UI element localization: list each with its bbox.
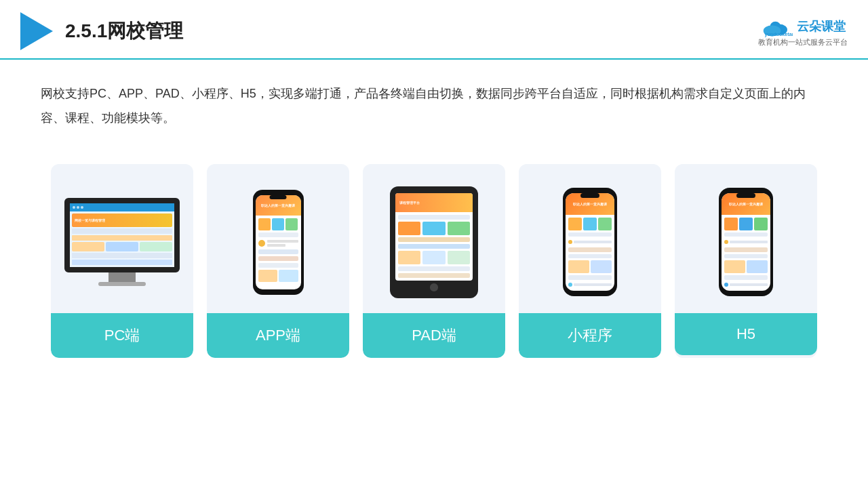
cards-container: 网校一览与课程管理 bbox=[0, 150, 868, 378]
card-app-label: APP端 bbox=[207, 313, 349, 358]
card-h5-label: H5 bbox=[675, 313, 817, 355]
pc-monitor-icon: 网校一览与课程管理 bbox=[64, 198, 180, 286]
description-text: 网校支持PC、APP、PAD、小程序、H5，实现多端打通，产品各终端自由切换，数… bbox=[0, 60, 868, 144]
card-pc-image: 网校一览与课程管理 bbox=[51, 164, 193, 313]
card-pad: 课程管理平台 bbox=[363, 164, 505, 358]
miniprogram-phone-icon: 职达人的第一堂兴趣课 bbox=[563, 188, 617, 296]
header-right: yunduoketang 云朵课堂 教育机构一站式服务云平台 bbox=[758, 16, 848, 47]
card-h5-image: 职达人的第一堂兴趣课 bbox=[675, 164, 817, 313]
card-pc-label: PC端 bbox=[51, 313, 193, 358]
card-app-image: 职达人的第一堂兴趣课 bbox=[207, 164, 349, 313]
cloud-icon: yunduoketang bbox=[760, 16, 793, 37]
svg-text:yunduoketang: yunduoketang bbox=[764, 31, 793, 37]
card-app: 职达人的第一堂兴趣课 bbox=[207, 164, 349, 358]
header-left: 2.5.1网校管理 bbox=[20, 12, 183, 50]
app-phone-icon: 职达人的第一堂兴趣课 bbox=[253, 190, 304, 295]
card-pad-label: PAD端 bbox=[363, 313, 505, 358]
page-header: 2.5.1网校管理 yunduoketang 云朵课堂 教育机构一站式服务云平台 bbox=[0, 0, 868, 60]
card-miniprogram: 职达人的第一堂兴趣课 bbox=[519, 164, 661, 358]
h5-phone-icon: 职达人的第一堂兴趣课 bbox=[719, 188, 773, 296]
card-miniprogram-label: 小程序 bbox=[519, 313, 661, 358]
card-pad-image: 课程管理平台 bbox=[363, 164, 505, 313]
card-pc: 网校一览与课程管理 bbox=[51, 164, 193, 358]
page-title: 2.5.1网校管理 bbox=[65, 18, 183, 44]
pad-tablet-icon: 课程管理平台 bbox=[390, 186, 478, 298]
logo-triangle-icon bbox=[20, 12, 53, 50]
brand-name: 云朵课堂 bbox=[797, 18, 846, 35]
card-miniprogram-image: 职达人的第一堂兴趣课 bbox=[519, 164, 661, 313]
brand-tagline: 教育机构一站式服务云平台 bbox=[758, 37, 848, 47]
card-h5: 职达人的第一堂兴趣课 bbox=[675, 164, 817, 358]
brand-logo: yunduoketang 云朵课堂 bbox=[760, 16, 846, 37]
